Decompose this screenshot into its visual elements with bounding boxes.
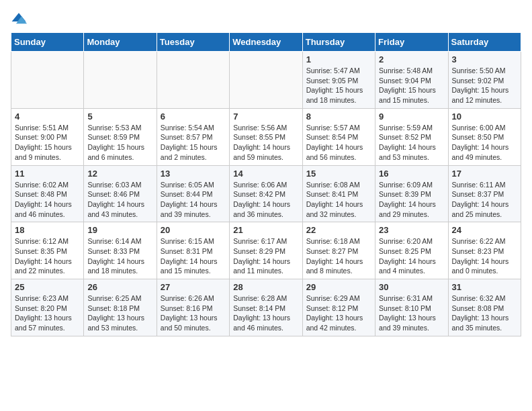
day-number: 12 <box>87 169 152 179</box>
calendar-cell: 5Sunrise: 5:53 AM Sunset: 8:59 PM Daylig… <box>84 108 157 165</box>
calendar-week-row: 18Sunrise: 6:12 AM Sunset: 8:35 PM Dayli… <box>11 222 521 279</box>
day-info: Sunrise: 5:54 AM Sunset: 8:57 PM Dayligh… <box>161 123 226 163</box>
day-info: Sunrise: 5:50 AM Sunset: 9:02 PM Dayligh… <box>452 66 517 105</box>
day-info: Sunrise: 6:11 AM Sunset: 8:37 PM Dayligh… <box>452 180 517 220</box>
day-info: Sunrise: 6:15 AM Sunset: 8:31 PM Dayligh… <box>161 236 226 276</box>
day-number: 21 <box>233 225 298 235</box>
calendar-week-row: 11Sunrise: 6:02 AM Sunset: 8:48 PM Dayli… <box>11 165 521 222</box>
day-info: Sunrise: 6:02 AM Sunset: 8:48 PM Dayligh… <box>15 180 80 220</box>
calendar-cell: 22Sunrise: 6:18 AM Sunset: 8:27 PM Dayli… <box>302 222 375 279</box>
calendar-cell: 13Sunrise: 6:05 AM Sunset: 8:44 PM Dayli… <box>157 165 229 222</box>
day-info: Sunrise: 5:56 AM Sunset: 8:55 PM Dayligh… <box>233 123 298 163</box>
day-number: 13 <box>161 169 226 179</box>
day-info: Sunrise: 6:22 AM Sunset: 8:23 PM Dayligh… <box>452 236 517 276</box>
day-info: Sunrise: 6:14 AM Sunset: 8:33 PM Dayligh… <box>87 236 152 276</box>
day-info: Sunrise: 6:17 AM Sunset: 8:29 PM Dayligh… <box>233 236 298 276</box>
calendar-cell: 19Sunrise: 6:14 AM Sunset: 8:33 PM Dayli… <box>84 222 157 279</box>
day-number: 18 <box>15 225 80 235</box>
day-number: 27 <box>161 282 226 292</box>
day-number: 24 <box>452 225 517 235</box>
calendar-week-row: 25Sunrise: 6:23 AM Sunset: 8:20 PM Dayli… <box>11 279 521 336</box>
calendar-cell <box>11 52 84 109</box>
day-number: 17 <box>452 169 517 179</box>
column-header-friday: Friday <box>375 33 448 52</box>
day-info: Sunrise: 6:05 AM Sunset: 8:44 PM Dayligh… <box>161 180 226 220</box>
calendar-table: SundayMondayTuesdayWednesdayThursdayFrid… <box>11 32 521 336</box>
day-number: 23 <box>379 225 444 235</box>
column-header-sunday: Sunday <box>11 33 84 52</box>
calendar-cell <box>230 52 302 109</box>
calendar-cell: 2Sunrise: 5:48 AM Sunset: 9:04 PM Daylig… <box>375 52 448 109</box>
day-number: 25 <box>15 282 80 292</box>
calendar-cell: 26Sunrise: 6:25 AM Sunset: 8:18 PM Dayli… <box>84 279 157 336</box>
day-info: Sunrise: 6:32 AM Sunset: 8:08 PM Dayligh… <box>452 293 517 333</box>
column-header-saturday: Saturday <box>448 33 521 52</box>
day-info: Sunrise: 5:59 AM Sunset: 8:52 PM Dayligh… <box>379 123 444 163</box>
calendar-cell: 15Sunrise: 6:08 AM Sunset: 8:41 PM Dayli… <box>302 165 375 222</box>
calendar-cell: 30Sunrise: 6:31 AM Sunset: 8:10 PM Dayli… <box>375 279 448 336</box>
day-number: 3 <box>452 54 517 64</box>
day-number: 22 <box>306 225 371 235</box>
day-info: Sunrise: 6:26 AM Sunset: 8:16 PM Dayligh… <box>161 293 226 333</box>
day-number: 10 <box>452 111 517 122</box>
calendar-cell: 3Sunrise: 5:50 AM Sunset: 9:02 PM Daylig… <box>448 52 521 109</box>
calendar-week-row: 1Sunrise: 5:47 AM Sunset: 9:05 PM Daylig… <box>11 52 521 109</box>
day-number: 19 <box>87 225 152 235</box>
day-info: Sunrise: 5:48 AM Sunset: 9:04 PM Dayligh… <box>379 66 444 105</box>
day-info: Sunrise: 6:31 AM Sunset: 8:10 PM Dayligh… <box>379 293 444 333</box>
calendar-header-row: SundayMondayTuesdayWednesdayThursdayFrid… <box>11 33 521 52</box>
calendar-cell: 25Sunrise: 6:23 AM Sunset: 8:20 PM Dayli… <box>11 279 84 336</box>
day-number: 31 <box>452 282 517 292</box>
day-number: 28 <box>233 282 298 292</box>
calendar-cell: 24Sunrise: 6:22 AM Sunset: 8:23 PM Dayli… <box>448 222 521 279</box>
column-header-thursday: Thursday <box>302 33 375 52</box>
column-header-wednesday: Wednesday <box>230 33 302 52</box>
day-number: 8 <box>306 111 371 122</box>
day-number: 5 <box>87 111 152 122</box>
day-number: 9 <box>379 111 444 122</box>
calendar-cell: 17Sunrise: 6:11 AM Sunset: 8:37 PM Dayli… <box>448 165 521 222</box>
day-info: Sunrise: 5:47 AM Sunset: 9:05 PM Dayligh… <box>306 66 371 105</box>
calendar-cell: 8Sunrise: 5:57 AM Sunset: 8:54 PM Daylig… <box>302 108 375 165</box>
day-info: Sunrise: 6:20 AM Sunset: 8:25 PM Dayligh… <box>379 236 444 276</box>
calendar-cell: 6Sunrise: 5:54 AM Sunset: 8:57 PM Daylig… <box>157 108 229 165</box>
day-number: 30 <box>379 282 444 292</box>
calendar-cell: 16Sunrise: 6:09 AM Sunset: 8:39 PM Dayli… <box>375 165 448 222</box>
calendar-cell: 4Sunrise: 5:51 AM Sunset: 9:00 PM Daylig… <box>11 108 84 165</box>
day-info: Sunrise: 6:08 AM Sunset: 8:41 PM Dayligh… <box>306 180 371 220</box>
day-info: Sunrise: 6:18 AM Sunset: 8:27 PM Dayligh… <box>306 236 371 276</box>
calendar-cell: 20Sunrise: 6:15 AM Sunset: 8:31 PM Dayli… <box>157 222 229 279</box>
day-info: Sunrise: 6:06 AM Sunset: 8:42 PM Dayligh… <box>233 180 298 220</box>
calendar-cell <box>157 52 229 109</box>
day-info: Sunrise: 5:57 AM Sunset: 8:54 PM Dayligh… <box>306 123 371 163</box>
day-number: 6 <box>161 111 226 122</box>
day-number: 7 <box>233 111 298 122</box>
day-info: Sunrise: 6:28 AM Sunset: 8:14 PM Dayligh… <box>233 293 298 333</box>
calendar-cell: 28Sunrise: 6:28 AM Sunset: 8:14 PM Dayli… <box>230 279 302 336</box>
day-info: Sunrise: 5:51 AM Sunset: 9:00 PM Dayligh… <box>15 123 80 163</box>
day-number: 14 <box>233 169 298 179</box>
column-header-tuesday: Tuesday <box>157 33 229 52</box>
calendar-cell: 7Sunrise: 5:56 AM Sunset: 8:55 PM Daylig… <box>230 108 302 165</box>
day-number: 20 <box>161 225 226 235</box>
logo-icon <box>11 11 27 27</box>
page-header <box>11 11 521 27</box>
calendar-cell: 14Sunrise: 6:06 AM Sunset: 8:42 PM Dayli… <box>230 165 302 222</box>
calendar-cell: 1Sunrise: 5:47 AM Sunset: 9:05 PM Daylig… <box>302 52 375 109</box>
calendar-cell: 11Sunrise: 6:02 AM Sunset: 8:48 PM Dayli… <box>11 165 84 222</box>
day-number: 2 <box>379 54 444 64</box>
calendar-cell: 9Sunrise: 5:59 AM Sunset: 8:52 PM Daylig… <box>375 108 448 165</box>
day-info: Sunrise: 6:00 AM Sunset: 8:50 PM Dayligh… <box>452 123 517 163</box>
calendar-cell: 21Sunrise: 6:17 AM Sunset: 8:29 PM Dayli… <box>230 222 302 279</box>
day-number: 26 <box>87 282 152 292</box>
calendar-week-row: 4Sunrise: 5:51 AM Sunset: 9:00 PM Daylig… <box>11 108 521 165</box>
calendar-cell: 12Sunrise: 6:03 AM Sunset: 8:46 PM Dayli… <box>84 165 157 222</box>
logo <box>11 11 30 27</box>
day-info: Sunrise: 5:53 AM Sunset: 8:59 PM Dayligh… <box>87 123 152 163</box>
day-number: 29 <box>306 282 371 292</box>
column-header-monday: Monday <box>84 33 157 52</box>
calendar-cell: 27Sunrise: 6:26 AM Sunset: 8:16 PM Dayli… <box>157 279 229 336</box>
day-number: 15 <box>306 169 371 179</box>
calendar-cell: 18Sunrise: 6:12 AM Sunset: 8:35 PM Dayli… <box>11 222 84 279</box>
day-number: 4 <box>15 111 80 122</box>
